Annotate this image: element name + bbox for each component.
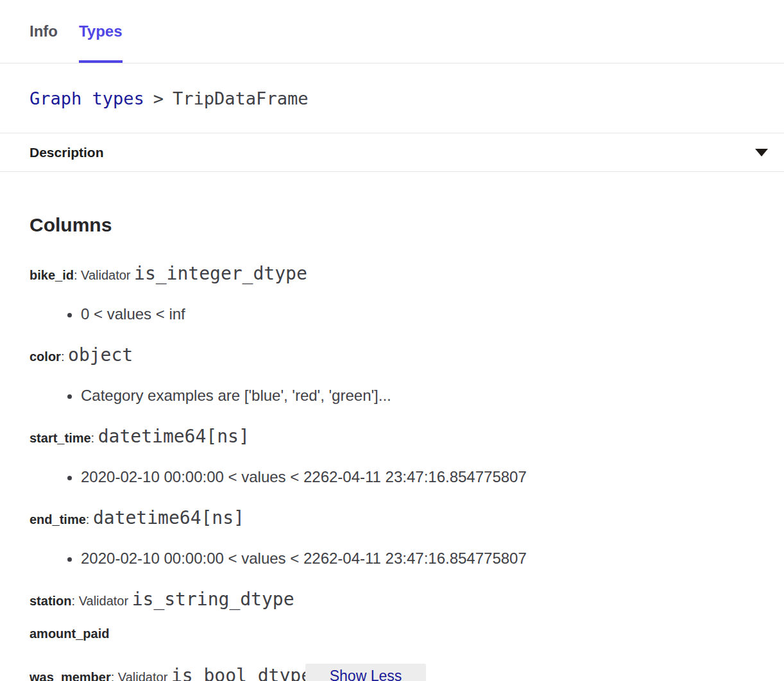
breadcrumb: Graph types > TripDataFrame [0,63,784,133]
column-annotation: : [86,512,93,526]
breadcrumb-separator: > [153,88,164,108]
breadcrumb-link-graph-types[interactable]: Graph types [30,88,144,108]
column-type-code: is_bool_dtype [171,665,305,681]
tab-bar: Info Types [0,0,784,63]
column-annotation: : [91,431,98,445]
column-type-code: datetime64[ns] [93,507,244,528]
tab-info[interactable]: Info [30,0,58,63]
column-entry-was-member: was_member: Validator is_bool_dtypeShow … [30,662,754,681]
column-bullet: 2020-02-10 00:00:00 < values < 2262-04-1… [81,467,754,487]
column-type-code: datetime64[ns] [98,426,250,447]
column-annotation: : Validator [111,670,171,681]
column-annotation: : [61,349,68,364]
column-name: color [30,349,61,364]
show-less-button[interactable]: Show Less [305,664,426,681]
column-entry-end-time: end_time: datetime64[ns] [30,507,754,530]
column-name: was_member [30,670,111,681]
description-accordion-header[interactable]: Description [0,133,784,172]
description-title: Description [30,145,104,160]
column-entry-bike-id: bike_id: Validator is_integer_dtype [30,263,754,286]
column-annotation: : Validator [74,268,134,282]
column-name: amount_paid [30,626,109,641]
column-name: bike_id [30,268,74,282]
column-name: start_time [30,431,91,445]
column-annotation: : Validator [72,594,132,608]
column-name: station [30,594,72,608]
column-entry-start-time: start_time: datetime64[ns] [30,426,754,449]
truncated-column-text: was_member: Validator is_bool_dtype [30,665,305,681]
column-constraints-list: 0 < values < inf [30,305,754,324]
column-bullet: Category examples are ['blue', 'red', 'g… [81,386,754,405]
column-type-code: is_string_dtype [132,589,294,610]
column-constraints-list: 2020-02-10 00:00:00 < values < 2262-04-1… [30,467,754,487]
column-entry-color: color: object [30,344,754,367]
column-bullet: 2020-02-10 00:00:00 < values < 2262-04-1… [81,549,754,568]
tab-types[interactable]: Types [79,0,123,63]
columns-heading: Columns [30,214,754,237]
caret-down-icon [755,149,768,156]
column-type-code: object [68,344,133,366]
column-constraints-list: 2020-02-10 00:00:00 < values < 2262-04-1… [30,549,754,568]
column-constraints-list: Category examples are ['blue', 'red', 'g… [30,386,754,405]
column-entry-amount-paid: amount_paid [30,625,754,642]
column-entry-station: station: Validator is_string_dtype [30,589,754,612]
column-bullet: 0 < values < inf [81,305,754,324]
column-name: end_time [30,512,86,526]
columns-section: Columns bike_id: Validator is_integer_dt… [0,172,784,681]
column-type-code: is_integer_dtype [134,263,307,284]
breadcrumb-current-tripdataframe: TripDataFrame [173,88,308,108]
